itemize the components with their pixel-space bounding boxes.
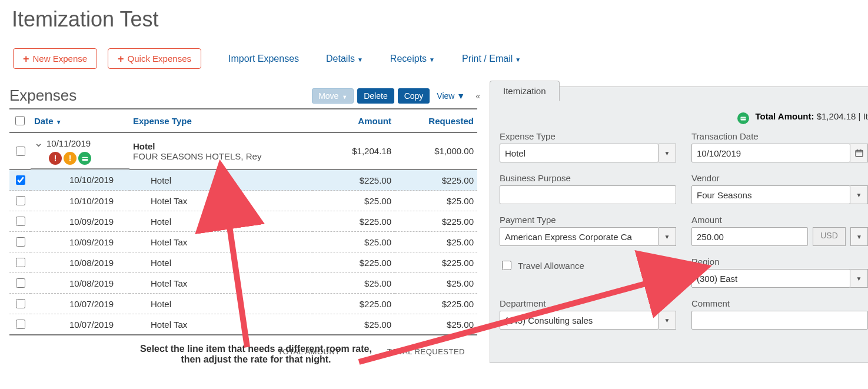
row-date: 10/09/2019	[31, 211, 129, 232]
row-date: 10/10/2019	[31, 191, 129, 211]
dropdown-button[interactable]: ▼	[659, 144, 676, 162]
department-input[interactable]	[500, 311, 659, 330]
row-checkbox[interactable]	[16, 278, 25, 288]
amount-input[interactable]	[691, 227, 808, 246]
table-row[interactable]: 10/10/2019Hotel Tax$25.00$25.00	[9, 191, 477, 211]
new-expense-button[interactable]: + New Expense	[13, 48, 97, 69]
row-checkbox[interactable]	[16, 217, 25, 226]
toolbar: + New Expense + Quick Expenses Import Ex…	[13, 48, 868, 69]
col-header-date[interactable]: Date ▼	[31, 109, 129, 132]
import-expenses-link[interactable]: Import Expenses	[228, 54, 299, 64]
parent-vendor: FOUR SEASONS HOTELS, Rey	[133, 151, 309, 161]
parent-date: 10/11/2019	[46, 138, 91, 148]
sort-desc-icon: ▼	[56, 119, 62, 125]
table-row[interactable]: 10/09/2019Hotel Tax$25.00$25.00	[9, 232, 477, 252]
calendar-icon	[854, 148, 864, 158]
total-requested-label: TOTAL REQUESTED	[387, 347, 465, 356]
col-header-requested[interactable]: Requested	[395, 109, 477, 132]
row-amount: $225.00	[312, 294, 395, 314]
col-header-type[interactable]: Expense Type	[129, 109, 312, 132]
row-date: 10/10/2019	[31, 169, 129, 191]
caret-down-icon: ▼	[856, 275, 862, 282]
row-date: 10/08/2019	[31, 252, 129, 273]
caret-down-icon: ▼	[664, 317, 670, 324]
move-button[interactable]: Move ▼	[312, 88, 354, 104]
row-date: 10/09/2019	[31, 232, 129, 252]
currency-dropdown[interactable]: ▼	[850, 227, 868, 246]
collapse-panel-icon[interactable]: «	[475, 91, 480, 101]
region-input[interactable]	[691, 269, 850, 288]
caret-down-icon: ▼	[664, 150, 670, 157]
caret-down-icon: ▼	[357, 56, 363, 63]
business-purpose-input[interactable]	[500, 185, 676, 204]
expense-type-input[interactable]	[500, 144, 659, 162]
caret-down-icon: ▼	[856, 192, 862, 198]
row-requested: $25.00	[395, 232, 477, 252]
svg-rect-3	[741, 118, 746, 119]
dropdown-button[interactable]: ▼	[850, 269, 868, 288]
dropdown-button[interactable]: ▼	[659, 311, 676, 330]
dropdown-button[interactable]: ▼	[659, 227, 676, 246]
travel-allowance-checkbox[interactable]	[502, 261, 511, 270]
field-comment: Comment	[691, 298, 868, 330]
row-amount: $25.00	[312, 232, 395, 252]
row-requested: $225.00	[395, 252, 477, 273]
expenses-title: Expenses	[9, 87, 77, 105]
quick-expenses-label: Quick Expenses	[128, 54, 191, 64]
row-type: Hotel	[129, 252, 312, 273]
page-title: Itemization Test	[12, 7, 868, 32]
details-menu[interactable]: Details▼	[326, 54, 363, 64]
quick-expenses-button[interactable]: + Quick Expenses	[108, 48, 201, 69]
table-row[interactable]: 10/09/2019Hotel$225.00$225.00	[9, 211, 477, 232]
field-expense-type: Expense Type ▼	[500, 131, 676, 162]
calendar-button[interactable]	[850, 144, 868, 162]
total-amount-line: Total Amount: $1,204.18 | It	[500, 110, 868, 122]
row-checkbox[interactable]	[16, 237, 25, 247]
svg-rect-4	[856, 150, 863, 157]
table-row-parent[interactable]: ⌄ 10/11/2019 ! ! Hotel FOUR SEASONS HOTE…	[9, 132, 477, 169]
field-department: Department ▼	[500, 298, 676, 330]
row-requested: $225.00	[395, 211, 477, 232]
card-match-icon	[737, 112, 749, 124]
chevron-down-icon[interactable]: ⌄	[34, 137, 43, 149]
table-row[interactable]: 10/10/2019Hotel$225.00$225.00	[9, 169, 477, 191]
dropdown-button[interactable]: ▼	[850, 185, 868, 204]
alert-error-icon: !	[49, 152, 62, 165]
select-all-checkbox[interactable]	[15, 116, 25, 125]
row-checkbox[interactable]	[16, 320, 25, 329]
row-amount: $225.00	[312, 252, 395, 273]
alert-warning-icon: !	[64, 152, 77, 165]
col-header-amount[interactable]: Amount	[312, 109, 395, 132]
instruction-text: Select the line item that needs a differ…	[132, 344, 380, 363]
comment-input[interactable]	[691, 311, 868, 330]
parent-requested: $1,000.00	[395, 132, 477, 169]
field-payment-type: Payment Type ▼	[500, 215, 676, 246]
table-row[interactable]: 10/08/2019Hotel$225.00$225.00	[9, 252, 477, 273]
new-expense-label: New Expense	[33, 54, 88, 64]
copy-button[interactable]: Copy	[398, 88, 430, 104]
row-checkbox[interactable]	[16, 196, 25, 205]
table-row[interactable]: 10/07/2019Hotel Tax$25.00$25.00	[9, 314, 477, 335]
payment-type-input	[500, 227, 659, 246]
row-checkbox[interactable]	[16, 299, 25, 308]
field-vendor: Vendor ▼	[691, 173, 868, 204]
table-row[interactable]: 10/07/2019Hotel$225.00$225.00	[9, 294, 477, 314]
row-checkbox[interactable]	[16, 175, 25, 185]
row-type: Hotel Tax	[129, 232, 312, 252]
row-checkbox[interactable]	[16, 258, 25, 267]
row-date: 10/08/2019	[31, 273, 129, 294]
print-email-menu[interactable]: Print / Email▼	[462, 54, 521, 64]
currency-code: USD	[813, 227, 846, 246]
delete-button[interactable]: Delete	[357, 88, 394, 104]
row-checkbox[interactable]	[16, 147, 25, 156]
row-requested: $25.00	[395, 191, 477, 211]
row-type: Hotel	[129, 211, 312, 232]
transaction-date-input[interactable]	[691, 144, 850, 162]
receipts-menu[interactable]: Receipts▼	[390, 54, 435, 64]
field-business-purpose: Business Purpose	[500, 173, 676, 204]
vendor-input	[691, 185, 850, 204]
view-menu[interactable]: View ▼	[437, 91, 465, 101]
table-row[interactable]: 10/08/2019Hotel Tax$25.00$25.00	[9, 273, 477, 294]
tab-itemization[interactable]: Itemization	[490, 81, 560, 101]
row-type: Hotel	[129, 169, 312, 191]
